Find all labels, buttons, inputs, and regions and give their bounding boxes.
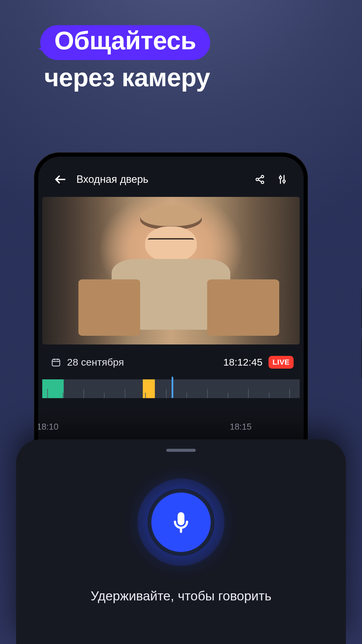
microphone-icon <box>169 510 193 534</box>
timeline-ticks <box>42 379 300 398</box>
svg-point-3 <box>279 176 282 179</box>
push-to-talk-button[interactable] <box>147 489 215 556</box>
live-badge: LIVE <box>268 356 294 369</box>
talk-hint: Удерживайте, чтобы говорить <box>90 589 272 603</box>
timeline-label: 18:15 <box>230 422 251 432</box>
svg-rect-5 <box>52 359 60 366</box>
svg-point-1 <box>261 175 263 178</box>
date-label: 28 сентября <box>67 357 124 368</box>
timeline-cursor[interactable] <box>172 377 173 398</box>
svg-point-4 <box>283 180 285 182</box>
sliders-icon <box>277 174 288 185</box>
svg-point-0 <box>256 178 258 180</box>
calendar-icon <box>51 357 61 367</box>
camera-title: Входная дверь <box>76 173 245 185</box>
promo-chip: Общайтесь <box>40 25 210 60</box>
promo-subtitle: через камеру <box>44 63 210 92</box>
camera-topbar: Входная дверь <box>38 157 304 197</box>
share-button[interactable] <box>253 173 267 186</box>
back-button[interactable] <box>53 172 68 187</box>
timeline-label: 18:10 <box>38 422 59 432</box>
timeline-labels: 18:10 18:15 <box>38 422 304 432</box>
time-label: 18:12:45 <box>223 357 262 368</box>
feed-meta: 28 сентября 18:12:45 LIVE <box>38 344 304 375</box>
svg-point-2 <box>261 181 263 183</box>
camera-feed[interactable] <box>42 197 300 344</box>
share-icon <box>254 174 266 185</box>
sheet-grabber[interactable] <box>166 449 196 452</box>
arrow-left-icon <box>54 173 67 186</box>
promo-headline: Общайтесь через камеру <box>40 25 210 92</box>
talk-sheet: Удерживайте, чтобы говорить <box>16 439 346 644</box>
feed-illustration <box>140 206 202 229</box>
timeline[interactable] <box>42 379 300 398</box>
settings-button[interactable] <box>276 173 289 186</box>
